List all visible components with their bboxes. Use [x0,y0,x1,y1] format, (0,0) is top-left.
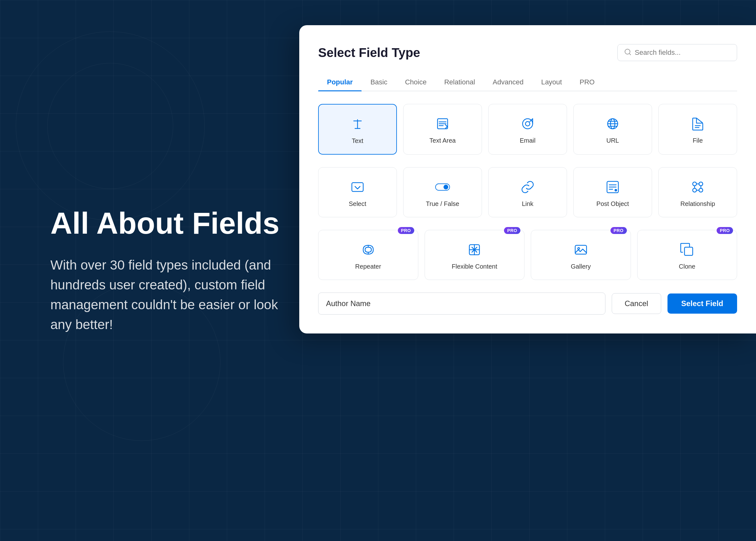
pro-badge-gallery: PRO [610,227,627,234]
svg-rect-45 [684,247,693,256]
toggle-icon [434,179,451,195]
file-icon [690,116,706,132]
field-label-textarea: Text Area [429,137,455,144]
svg-point-10 [525,122,530,126]
pro-badge-flexible: PRO [504,227,520,234]
field-card-gallery[interactable]: PRO Gallery [531,230,631,280]
field-card-select[interactable]: Select [318,167,397,217]
field-label-link: Link [522,200,534,208]
svg-point-44 [578,248,580,250]
field-label-text: Text [352,137,364,145]
svg-point-28 [693,182,696,186]
field-card-text[interactable]: Text [318,104,397,155]
modal-title: Select Field Type [318,46,420,60]
search-icon [624,48,632,57]
search-box[interactable] [617,44,737,61]
field-card-flexible-content[interactable]: PRO Flexible Content [424,230,525,280]
tab-bar: Popular Basic Choice Relational Advanced… [318,74,737,91]
svg-line-1 [629,54,631,55]
field-label-flexible-content: Flexible Content [452,263,497,270]
field-label-select: Select [349,200,367,208]
search-input[interactable] [635,49,730,57]
svg-point-27 [615,189,617,192]
field-label-file: File [693,137,703,144]
field-card-true-false[interactable]: True / False [403,167,482,217]
tab-advanced[interactable]: Advanced [484,74,532,91]
field-card-link[interactable]: Link [488,167,567,217]
field-card-relationship[interactable]: Relationship [658,167,737,217]
field-card-textarea[interactable]: Text Area [403,104,482,155]
hero-panel: All About Fields With over 30 field type… [25,0,309,541]
textarea-icon [434,116,451,132]
field-label-relationship: Relationship [680,200,715,208]
field-label-gallery: Gallery [571,263,591,270]
field-grid-row1: Text Text Area [318,104,737,155]
post-object-icon [604,179,621,195]
text-icon [349,116,366,132]
link-icon [519,179,536,195]
repeater-icon [360,242,377,258]
field-grid-row3: PRO Repeater PRO [318,230,737,280]
field-card-post-object[interactable]: Post Object [573,167,652,217]
field-label-clone: Clone [679,263,695,270]
email-icon [519,116,536,132]
gallery-icon [573,242,589,258]
field-card-file[interactable]: File [658,104,737,155]
select-icon [349,179,366,195]
field-name-input[interactable] [318,292,605,314]
field-label-repeater: Repeater [355,263,381,270]
tab-popular[interactable]: Popular [318,74,362,91]
modal-header: Select Field Type [318,44,737,61]
svg-point-22 [443,185,448,190]
tab-pro[interactable]: PRO [571,74,603,91]
pro-badge-clone: PRO [717,227,733,234]
field-card-url[interactable]: URL [573,104,652,155]
field-label-email: Email [520,137,535,144]
select-field-button[interactable]: Select Field [667,293,737,314]
modal-footer: Cancel Select Field [318,292,737,314]
select-field-modal: Select Field Type Popular Basic Choice R… [299,25,756,333]
field-card-clone[interactable]: PRO Clone [637,230,737,280]
svg-rect-43 [575,245,586,254]
cancel-button[interactable]: Cancel [612,293,661,314]
svg-point-30 [693,188,696,192]
hero-title: All About Fields [50,207,284,240]
svg-point-29 [699,182,703,186]
tab-choice[interactable]: Choice [396,74,435,91]
clone-icon [679,242,695,258]
tab-basic[interactable]: Basic [362,74,396,91]
relationship-icon [690,179,706,195]
field-card-email[interactable]: Email [488,104,567,155]
flexible-icon [466,242,482,258]
field-label-post-object: Post Object [596,200,629,208]
field-grid-row2: Select True / False Link [318,167,737,217]
tab-relational[interactable]: Relational [435,74,484,91]
svg-rect-20 [352,183,363,192]
url-icon [604,116,621,132]
field-card-repeater[interactable]: PRO Repeater [318,230,418,280]
svg-point-31 [699,188,703,192]
pro-badge-repeater: PRO [398,227,414,234]
field-label-url: URL [606,137,619,144]
field-label-true-false: True / False [426,200,459,208]
tab-layout[interactable]: Layout [532,74,571,91]
hero-subtitle: With over 30 field types included (and h… [50,255,284,334]
